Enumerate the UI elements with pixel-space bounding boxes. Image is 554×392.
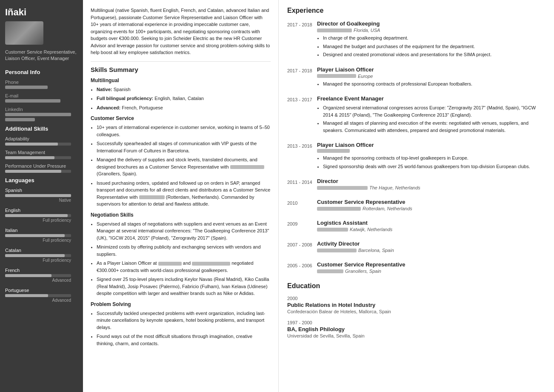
list-item: Found ways out of the most difficult sit… xyxy=(97,333,271,347)
exp-details: Player Liaison Officer Europe Managed th… xyxy=(317,66,545,89)
exp-bullets: Organized several international congress… xyxy=(323,104,545,134)
language-level: Full proficiency xyxy=(5,258,71,263)
language-name: Portuguese xyxy=(5,288,78,293)
skill-item: Team Management xyxy=(5,150,78,159)
customer-service-list: 10+ years of international experience in… xyxy=(97,124,271,208)
language-bar-fill xyxy=(5,254,65,257)
exp-dates: 2013 - 2016 xyxy=(287,142,317,171)
redacted-company xyxy=(317,228,348,232)
exp-location: Granollers, Spain xyxy=(345,269,381,274)
skill-item: Performance Under Pressure xyxy=(5,163,78,173)
avatar xyxy=(5,21,43,45)
redacted-company xyxy=(317,269,343,273)
list-item: Managed the budget and purchases of the … xyxy=(323,43,545,50)
language-bar-fill xyxy=(5,294,48,297)
customer-service-heading: Customer Service xyxy=(91,115,271,121)
exp-title: Player Liaison Officer xyxy=(317,66,545,73)
language-bar-fill xyxy=(5,234,65,237)
list-item: As a Player Liaison Officer at and negot… xyxy=(97,260,271,274)
skill-label: Performance Under Pressure xyxy=(5,163,78,169)
divider xyxy=(91,61,271,62)
language-level: Full proficiency xyxy=(5,218,71,223)
language-bar-bg xyxy=(5,194,71,197)
exp-title: Customer Service Representative xyxy=(317,261,545,268)
skill-item: Adaptability xyxy=(5,136,78,146)
list-item: Supervised all stages of negotiations wi… xyxy=(97,220,271,242)
exp-company: Granollers, Spain xyxy=(317,269,545,274)
experience-item: 2005 - 2006 Customer Service Representat… xyxy=(287,261,545,275)
redacted-company xyxy=(317,29,352,32)
language-level: Native xyxy=(5,198,71,203)
experience-heading: Experience xyxy=(287,7,545,14)
language-bar-bg xyxy=(5,274,71,277)
additional-skills-heading: Additional Skills xyxy=(5,126,78,132)
problem-solving-heading: Problem Solving xyxy=(91,301,271,307)
exp-dates: 2010 xyxy=(287,199,317,213)
exp-location: Rotterdam, Netherlands xyxy=(363,206,412,211)
phone-value xyxy=(5,86,48,89)
email-value xyxy=(5,99,60,103)
list-item: Managed the delivery of supplies and sto… xyxy=(97,156,271,177)
exp-details: Customer Service Representative Rotterda… xyxy=(317,199,545,213)
main-content: Multilingual (native Spanish, fluent Eng… xyxy=(83,0,279,392)
exp-dates: 2005 - 2006 xyxy=(287,261,317,275)
exp-company: Rotterdam, Netherlands xyxy=(317,206,545,211)
language-item: English Full proficiency xyxy=(5,208,78,223)
language-bar-bg xyxy=(5,294,71,297)
linkedin-label: LinkedIn xyxy=(5,107,78,112)
exp-details: Logistics Assistant Katwijk, Netherlands xyxy=(317,220,545,234)
exp-details: Director of Goalkeeping Florida, USA In … xyxy=(317,20,545,60)
language-bar-fill xyxy=(5,214,68,217)
edu-degree: Public Relations in Hotel Industry xyxy=(287,302,545,308)
skill-label: Team Management xyxy=(5,150,78,155)
edu-school: Universidad de Sevilla, Sevilla, Spain xyxy=(287,333,545,338)
exp-dates: 2011 - 2014 xyxy=(287,178,317,192)
exp-dates: 2013 - 2017 xyxy=(287,95,317,135)
exp-location: Florida, USA xyxy=(354,28,380,33)
redacted-company xyxy=(139,195,165,199)
language-name: Italian xyxy=(5,228,78,233)
skill-bar-fill xyxy=(5,143,58,146)
redacted-company xyxy=(317,186,368,190)
negotiation-heading: Negotiation Skills xyxy=(91,212,271,218)
list-item: Advanced: French, Portuguese xyxy=(97,104,271,112)
edu-year: 1997 - 2000 xyxy=(287,320,545,325)
email-label: E-mail xyxy=(5,93,78,98)
exp-title: Director of Goalkeeping xyxy=(317,20,545,27)
phone-label: Phone xyxy=(5,80,78,85)
experience-item: 2013 - 2016 Player Liaison Officer Manag… xyxy=(287,142,545,171)
edu-degree: BA, English Philology xyxy=(287,326,545,332)
exp-details: Player Liaison Officer Managed the spons… xyxy=(317,142,545,171)
list-item: Full bilingual proficiency: English, Ita… xyxy=(97,95,271,102)
education-heading: Education xyxy=(287,282,545,290)
exp-company: The Hague, Netherlands xyxy=(317,185,545,190)
experience-item: 2007 - 2008 Activity Director Barcelona,… xyxy=(287,240,545,255)
skills-summary-heading: Skills Summary xyxy=(91,66,271,73)
redacted-company xyxy=(230,165,264,169)
skill-bar-fill xyxy=(5,156,54,159)
exp-dates: 2017 - 2018 xyxy=(287,20,317,60)
summary-text: Multilingual (native Spanish, fluent Eng… xyxy=(91,7,271,56)
language-bar-fill xyxy=(5,194,71,197)
list-item: Managed all stages of planning and execu… xyxy=(323,120,545,134)
exp-title: Logistics Assistant xyxy=(317,220,545,226)
list-item: Managed the sponsoring contracts of top-… xyxy=(323,155,545,162)
list-item: Native: Spanish xyxy=(97,86,271,93)
exp-title: Customer Service Representative xyxy=(317,199,545,205)
skill-bar-bg xyxy=(5,170,71,173)
language-level: Advanced xyxy=(5,298,71,303)
language-name: Spanish xyxy=(5,188,78,193)
exp-location: Europe xyxy=(358,74,373,79)
language-bar-bg xyxy=(5,234,71,237)
language-name: French xyxy=(5,268,78,273)
linkedin-value-2 xyxy=(5,118,35,121)
experience-item: 2017 - 2018 Director of Goalkeeping Flor… xyxy=(287,20,545,60)
problem-solving-list: Successfully tackled unexpected problems… xyxy=(97,310,271,347)
multilingual-list: Native: Spanish Full bilingual proficien… xyxy=(97,86,271,112)
exp-bullets: Managed the sponsoring contracts of prof… xyxy=(323,80,545,88)
right-panel: Experience 2017 - 2018 Director of Goalk… xyxy=(279,0,554,392)
experience-item: 2011 - 2014 Director The Hague, Netherla… xyxy=(287,178,545,192)
candidate-title: Customer Service Representative, Liaison… xyxy=(5,49,78,62)
multilingual-heading: Multilingual xyxy=(91,77,271,83)
redacted-company xyxy=(317,149,350,153)
